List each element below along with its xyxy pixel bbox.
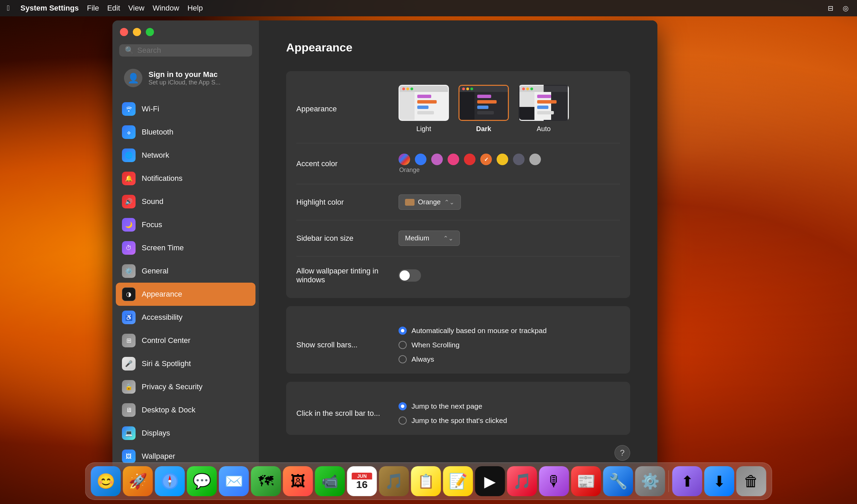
sidebar-icon-size-control: Medium ⌃⌄ [399, 231, 620, 246]
appearance-cards: Light [399, 85, 569, 133]
sidebar: 🔍 👤 Sign in to your Mac Set up iCloud, t… [112, 20, 259, 470]
sidebar-item-displays[interactable]: 💻 Displays [116, 422, 255, 445]
sound-icon: 🔊 [122, 195, 136, 208]
dock-item-music[interactable]: 🎵 [507, 466, 537, 496]
dock-item-appletv[interactable]: ▶ [475, 466, 505, 496]
theme-auto-card[interactable]: Auto [518, 85, 569, 133]
sidebar-item-general[interactable]: ⚙️ General [116, 259, 255, 283]
controlcenter-icon: ⊞ [122, 334, 136, 347]
dock-item-instruments[interactable]: 🔧 [603, 466, 633, 496]
click-scrollbar-label: Click in the scroll bar to... [296, 409, 399, 418]
dock-item-finder[interactable]: 😊 [91, 466, 121, 496]
appearance-row-label: Appearance [296, 105, 399, 113]
dock-item-safari[interactable] [155, 466, 185, 496]
menubar-window[interactable]: Window [153, 4, 179, 13]
control-strip-icon[interactable]: ⊟ [826, 3, 835, 13]
privacy-icon: 🔒 [122, 380, 136, 394]
sidebar-item-privacy[interactable]: 🔒 Privacy & Security [116, 375, 255, 398]
sidebar-item-bluetooth[interactable]: ⬦ Bluetooth [116, 121, 255, 144]
click-spot-radio[interactable] [399, 416, 407, 425]
scrollbar-auto-item[interactable]: Automatically based on mouse or trackpad [399, 327, 547, 335]
dock-item-altool[interactable]: ⬆ [672, 466, 702, 496]
notifications-icon: 🔔 [122, 172, 136, 185]
accent-multicolor[interactable] [399, 154, 410, 165]
dock-item-news[interactable]: 📰 [571, 466, 601, 496]
sidebar-item-screentime[interactable]: ⏱ Screen Time [116, 236, 255, 259]
main-window: 🔍 👤 Sign in to your Mac Set up iCloud, t… [112, 20, 657, 470]
sidebar-item-appearance[interactable]: ◑ Appearance [116, 283, 255, 306]
search-input[interactable] [137, 46, 247, 55]
user-avatar: 👤 [124, 69, 142, 87]
sidebar-item-wifi[interactable]: Wi-Fi [116, 97, 255, 121]
sidebar-item-siri[interactable]: 🎤 Siri & Spotlight [116, 352, 255, 375]
menubar-app-name[interactable]: System Settings [20, 4, 79, 13]
theme-dark-card[interactable]: Dark [458, 85, 509, 133]
menubar-edit[interactable]: Edit [107, 4, 120, 13]
sidebar-item-controlcenter[interactable]: ⊞ Control Center [116, 329, 255, 352]
dock-item-notes[interactable]: 📝 [443, 466, 473, 496]
dock-item-photos[interactable]: 🖼 [283, 466, 313, 496]
sidebar-label-wallpaper: Wallpaper [142, 452, 175, 461]
sidebar-icon-size-dropdown[interactable]: Medium ⌃⌄ [399, 231, 460, 246]
close-button[interactable] [120, 28, 128, 36]
click-nextpage-radio[interactable] [399, 402, 407, 410]
scrollbar-scrolling-item[interactable]: When Scrolling [399, 341, 547, 349]
sidebar-item-notifications[interactable]: 🔔 Notifications [116, 167, 255, 190]
sidebar-item-desktop[interactable]: 🖥 Desktop & Dock [116, 398, 255, 422]
accent-yellow[interactable] [497, 154, 508, 165]
dock-item-calendar[interactable]: JUN 16 [347, 466, 377, 496]
accent-purple[interactable] [431, 154, 443, 165]
click-spot-item[interactable]: Jump to the spot that's clicked [399, 416, 507, 425]
scrollbar-always-radio[interactable] [399, 355, 407, 363]
main-content: Appearance Appearance [259, 20, 657, 470]
accent-silver[interactable] [529, 154, 541, 165]
menubar-help[interactable]: Help [187, 4, 203, 13]
highlight-color-dropdown[interactable]: Orange ⌃⌄ [399, 194, 461, 210]
sidebar-item-network[interactable]: 🌐 Network [116, 144, 255, 167]
menubar-file[interactable]: File [87, 4, 99, 13]
dock-item-reminders[interactable]: 📋 [411, 466, 441, 496]
scrollbar-scrolling-radio[interactable] [399, 341, 407, 349]
sidebar-item-sound[interactable]: 🔊 Sound [116, 190, 255, 213]
scrollbar-always-item[interactable]: Always [399, 355, 547, 363]
dock-item-downloads[interactable]: ⬇ [704, 466, 734, 496]
dock-item-podcasts[interactable]: 🎙 [539, 466, 569, 496]
accent-orange[interactable] [480, 154, 492, 165]
accent-pink[interactable] [448, 154, 459, 165]
dropdown-chevron: ⌃⌄ [444, 199, 454, 206]
theme-light-card[interactable]: Light [399, 85, 449, 133]
sidebar-label-network: Network [142, 151, 169, 160]
siri-icon[interactable]: ◎ [841, 3, 850, 13]
dock-item-brown[interactable]: 🎵 [379, 466, 409, 496]
dock-item-trash[interactable]: 🗑 [736, 466, 766, 496]
wallpaper-tinting-toggle[interactable] [399, 269, 421, 282]
accent-blue[interactable] [415, 154, 426, 165]
sidebar-item-focus[interactable]: 🌙 Focus [116, 213, 255, 236]
dock-item-messages[interactable]: 💬 [187, 466, 217, 496]
maximize-button[interactable] [146, 28, 154, 36]
dock-item-launchpad[interactable]: 🚀 [123, 466, 153, 496]
sidebar-label-privacy: Privacy & Security [142, 382, 203, 391]
dock-item-systemprefs[interactable]: ⚙️ [635, 466, 665, 496]
accent-red[interactable] [464, 154, 476, 165]
apple-menu-icon[interactable]:  [7, 4, 10, 13]
sign-in-row[interactable]: 👤 Sign in to your Mac Set up iCloud, the… [116, 63, 255, 93]
accent-graphite[interactable] [513, 154, 525, 165]
search-box[interactable]: 🔍 [119, 44, 252, 57]
general-icon: ⚙️ [122, 264, 136, 278]
accent-color-row: Accent color [296, 143, 620, 184]
click-nextpage-item[interactable]: Jump to the next page [399, 402, 507, 410]
help-button[interactable]: ? [614, 445, 630, 461]
scrollbar-auto-radio[interactable] [399, 327, 407, 335]
sidebar-label-notifications: Notifications [142, 174, 183, 183]
highlight-color-control: Orange ⌃⌄ [399, 194, 620, 210]
minimize-button[interactable] [133, 28, 141, 36]
sidebar-item-accessibility[interactable]: ♿ Accessibility [116, 306, 255, 329]
dock-item-facetime[interactable]: 📹 [315, 466, 345, 496]
sidebar-icon-size-row: Sidebar icon size Medium ⌃⌄ [296, 220, 620, 256]
wifi-icon [122, 102, 136, 116]
settings-block: Appearance [286, 71, 630, 298]
dock-item-mail[interactable]: ✉️ [219, 466, 249, 496]
dock-item-maps[interactable]: 🗺 [251, 466, 281, 496]
menubar-view[interactable]: View [128, 4, 144, 13]
